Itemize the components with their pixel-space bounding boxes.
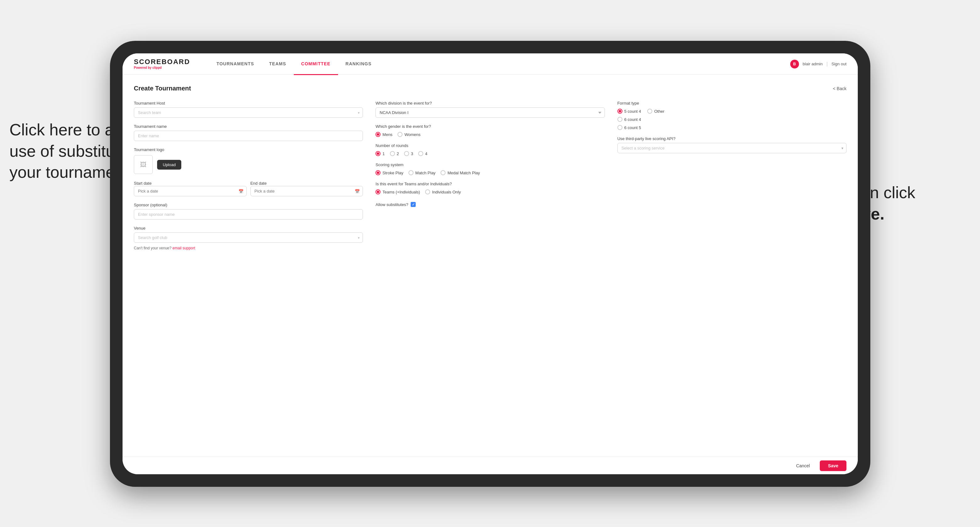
brand: SCOREBOARD Powered by clippd — [134, 59, 190, 70]
rounds-2-radio[interactable] — [390, 151, 395, 156]
nav-links: TOURNAMENTS TEAMS COMMITTEE RANKINGS — [209, 53, 790, 75]
event-teams[interactable]: Teams (+Individuals) — [375, 189, 420, 194]
tournament-logo-group: Tournament logo 🖼 Upload — [134, 147, 363, 174]
tablet-screen: SCOREBOARD Powered by clippd TOURNAMENTS… — [123, 53, 858, 474]
format-5count4-radio[interactable] — [617, 109, 622, 114]
rounds-2-label: 2 — [397, 151, 399, 156]
rounds-3[interactable]: 3 — [404, 151, 413, 156]
division-label: Which division is the event for? — [375, 101, 605, 106]
cancel-button[interactable]: Cancel — [791, 461, 815, 471]
logo-upload-row: 🖼 Upload — [134, 155, 363, 174]
scoring-match-radio[interactable] — [409, 170, 414, 175]
allow-substitutes-group: Allow substitutes? — [375, 201, 605, 207]
email-support-link[interactable]: email support — [172, 246, 195, 250]
division-group: Which division is the event for? NCAA Di… — [375, 101, 605, 118]
tournament-host-input[interactable] — [134, 107, 363, 118]
end-date-label: End date — [250, 181, 267, 186]
format-6count5[interactable]: 6 count 5 — [617, 125, 846, 130]
nav-committee[interactable]: COMMITTEE — [294, 54, 338, 75]
venue-input[interactable] — [134, 232, 363, 243]
tournament-host-group: Tournament Host ▾ — [134, 101, 363, 118]
rounds-4-radio[interactable] — [418, 151, 423, 156]
format-other[interactable]: Other — [647, 109, 665, 114]
event-individuals[interactable]: Individuals Only — [425, 189, 461, 194]
rounds-radio-group: 1 2 3 4 — [375, 151, 605, 156]
rounds-4[interactable]: 4 — [418, 151, 427, 156]
rounds-2[interactable]: 2 — [390, 151, 399, 156]
gender-womens[interactable]: Womens — [398, 132, 420, 137]
dates-group: Start date 📅 End date 📅 — [134, 180, 363, 196]
gender-womens-label: Womens — [404, 132, 420, 137]
scoring-service-select[interactable]: Select a scoring service — [617, 143, 846, 153]
allow-substitutes-checkbox[interactable] — [410, 202, 416, 207]
end-date-group: End date 📅 — [250, 180, 363, 196]
rounds-label: Number of rounds — [375, 143, 605, 148]
format-type-label: Format type — [617, 101, 846, 106]
image-icon: 🖼 — [140, 161, 146, 168]
allow-substitutes-row: Allow substitutes? — [375, 202, 605, 207]
form-grid: Tournament Host ▾ Tournament name Tourna… — [134, 101, 846, 250]
sponsor-group: Sponsor (optional) — [134, 203, 363, 219]
rounds-3-label: 3 — [411, 151, 413, 156]
scoring-radio-group: Stroke Play Match Play Medal Match Play — [375, 170, 605, 175]
form-col-1: Tournament Host ▾ Tournament name Tourna… — [134, 101, 363, 250]
page-header: Create Tournament < Back — [134, 85, 846, 92]
scoring-medal[interactable]: Medal Match Play — [441, 170, 480, 175]
nav-teams[interactable]: TEAMS — [262, 54, 294, 75]
save-button[interactable]: Save — [820, 460, 846, 471]
event-individuals-radio[interactable] — [425, 189, 430, 194]
rounds-group: Number of rounds 1 2 — [375, 143, 605, 156]
format-other-radio[interactable] — [647, 109, 652, 114]
nav-tournaments[interactable]: TOURNAMENTS — [209, 54, 262, 75]
tournament-name-label: Tournament name — [134, 124, 363, 129]
format-type-group: Format type 5 count 4 Other — [617, 101, 846, 130]
gender-mens-radio[interactable] — [375, 132, 380, 137]
tournament-name-input[interactable] — [134, 131, 363, 141]
scoring-match[interactable]: Match Play — [409, 170, 436, 175]
venue-help: Can't find your venue? email support — [134, 246, 363, 250]
venue-label: Venue — [134, 226, 363, 230]
gender-radio-group: Mens Womens — [375, 132, 605, 137]
footer-bar: Cancel Save — [123, 457, 858, 474]
page-content: Create Tournament < Back Tournament Host… — [123, 75, 858, 457]
sponsor-input[interactable] — [134, 209, 363, 219]
gender-mens-label: Mens — [382, 132, 393, 137]
end-date-input[interactable] — [250, 186, 363, 196]
tablet-frame: SCOREBOARD Powered by clippd TOURNAMENTS… — [110, 41, 870, 487]
rounds-3-radio[interactable] — [404, 151, 409, 156]
venue-dropdown-icon: ▾ — [358, 235, 360, 240]
navbar: SCOREBOARD Powered by clippd TOURNAMENTS… — [123, 53, 858, 75]
format-6count4-label: 6 count 4 — [624, 117, 641, 122]
event-individuals-label: Individuals Only — [432, 190, 461, 194]
event-teams-radio[interactable] — [375, 189, 380, 194]
format-5count4[interactable]: 5 count 4 — [617, 109, 641, 114]
scoring-stroke[interactable]: Stroke Play — [375, 170, 403, 175]
brand-name: SCOREBOARD — [134, 59, 190, 65]
gender-mens[interactable]: Mens — [375, 132, 393, 137]
scoring-medal-radio[interactable] — [441, 170, 445, 175]
rounds-4-label: 4 — [425, 151, 427, 156]
format-6count5-label: 6 count 5 — [624, 125, 641, 130]
third-party-group: Use third-party live scoring API? Select… — [617, 136, 846, 153]
format-6count4[interactable]: 6 count 4 — [617, 117, 846, 122]
rounds-1[interactable]: 1 — [375, 151, 385, 156]
event-teams-label: Teams (+Individuals) — [382, 190, 420, 194]
nav-rankings[interactable]: RANKINGS — [338, 54, 379, 75]
scoring-match-label: Match Play — [415, 171, 436, 175]
scoring-stroke-radio[interactable] — [375, 170, 380, 175]
upload-button[interactable]: Upload — [157, 160, 181, 170]
start-date-label: Start date — [134, 181, 151, 186]
nav-signout[interactable]: Sign out — [831, 62, 846, 66]
format-5count4-label: 5 count 4 — [624, 109, 641, 114]
rounds-1-radio[interactable] — [375, 151, 380, 156]
start-date-input[interactable] — [134, 186, 247, 196]
nav-avatar: B — [790, 60, 799, 68]
format-6count4-radio[interactable] — [617, 117, 622, 122]
gender-womens-radio[interactable] — [398, 132, 402, 137]
scoring-medal-label: Medal Match Play — [447, 171, 480, 175]
format-6count5-radio[interactable] — [617, 125, 622, 130]
division-select[interactable]: NCAA Division I — [375, 107, 605, 118]
back-link[interactable]: < Back — [833, 86, 846, 91]
nav-separator: | — [826, 61, 827, 67]
start-date-icon: 📅 — [239, 189, 243, 194]
